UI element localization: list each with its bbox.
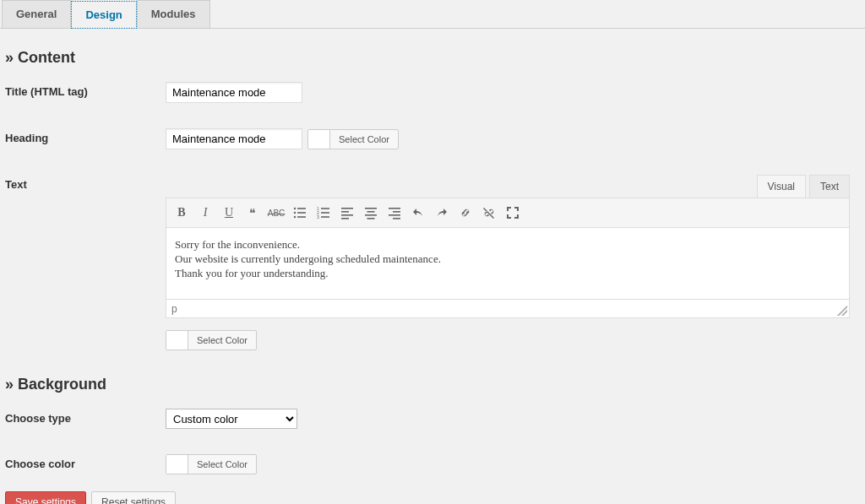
editor-line: Sorry for the inconvenience. (175, 238, 841, 252)
color-swatch-icon (166, 455, 188, 474)
numbered-list-icon[interactable]: 123 (313, 203, 334, 223)
bullet-list-icon[interactable] (290, 203, 310, 223)
input-heading[interactable] (166, 128, 302, 149)
blockquote-icon[interactable]: ❝ (242, 203, 263, 223)
row-text: Text Visual Text B I U ❝ ABC 123 (5, 175, 857, 352)
svg-rect-7 (321, 208, 329, 209)
svg-rect-16 (365, 208, 377, 209)
row-title: Title (HTML tag) (5, 82, 857, 103)
svg-rect-21 (393, 211, 400, 213)
color-btn-label: Select Color (188, 335, 256, 345)
unlink-icon[interactable] (479, 203, 499, 223)
editor-tab-text[interactable]: Text (809, 175, 850, 198)
color-swatch-icon (166, 331, 188, 350)
align-center-icon[interactable] (361, 203, 381, 223)
svg-rect-9 (321, 212, 329, 214)
section-background-header: » Background (5, 376, 857, 393)
svg-rect-1 (297, 208, 306, 209)
rich-text-editor: Visual Text B I U ❝ ABC 123 (166, 175, 850, 352)
svg-rect-14 (341, 214, 353, 216)
editor-element-path: p (171, 303, 177, 315)
label-title: Title (HTML tag) (5, 82, 166, 98)
tab-design[interactable]: Design (71, 1, 136, 29)
row-choose-type: Choose type Custom color (5, 409, 857, 429)
link-icon[interactable] (455, 203, 476, 223)
heading-color-button[interactable]: Select Color (307, 129, 399, 149)
svg-rect-13 (341, 211, 349, 213)
svg-rect-11 (321, 216, 329, 218)
label-choose-type: Choose type (5, 409, 166, 425)
color-btn-label: Select Color (188, 459, 256, 469)
svg-point-0 (294, 208, 296, 209)
save-button[interactable]: Save settings (5, 491, 86, 504)
editor-line: Our website is currently undergoing sche… (175, 252, 841, 267)
color-btn-label: Select Color (330, 134, 398, 144)
select-background-type[interactable]: Custom color (166, 409, 297, 429)
editor-mode-tabs: Visual Text (166, 175, 850, 198)
form-actions: Save settings Reset settings (5, 491, 857, 504)
undo-icon[interactable] (408, 203, 428, 223)
editor-textarea[interactable]: Sorry for the inconvenience. Our website… (166, 227, 850, 300)
svg-text:3: 3 (317, 214, 319, 219)
underline-icon[interactable]: U (219, 203, 239, 223)
row-choose-color: Choose color Select Color (5, 454, 857, 476)
italic-icon[interactable]: I (195, 203, 215, 223)
section-content-header: » Content (5, 49, 857, 67)
fullscreen-icon[interactable] (503, 203, 523, 223)
editor-toolbar: B I U ❝ ABC 123 (166, 198, 850, 227)
svg-rect-23 (393, 218, 400, 219)
label-choose-color: Choose color (5, 454, 166, 470)
redo-icon[interactable] (432, 203, 452, 223)
svg-point-4 (294, 216, 296, 218)
label-heading: Heading (5, 128, 166, 144)
color-swatch-icon (308, 130, 330, 149)
editor-status-bar: p (166, 300, 850, 318)
input-title[interactable] (166, 82, 302, 103)
svg-rect-3 (297, 212, 306, 214)
background-color-button[interactable]: Select Color (166, 454, 257, 474)
page-content: » Content Title (HTML tag) Heading Selec… (0, 29, 865, 504)
svg-rect-5 (297, 216, 306, 218)
tab-modules[interactable]: Modules (137, 0, 210, 28)
svg-point-2 (294, 212, 296, 214)
svg-rect-12 (341, 208, 353, 209)
svg-rect-22 (389, 214, 400, 216)
tabs-nav: General Design Modules (0, 0, 865, 29)
align-right-icon[interactable] (384, 203, 405, 223)
reset-button[interactable]: Reset settings (91, 491, 176, 504)
label-text: Text (5, 175, 166, 191)
align-left-icon[interactable] (337, 203, 357, 223)
resize-handle-icon[interactable] (837, 306, 847, 316)
svg-rect-20 (389, 208, 400, 209)
bold-icon[interactable]: B (171, 203, 192, 223)
svg-rect-17 (367, 211, 375, 213)
editor-tab-visual[interactable]: Visual (757, 175, 806, 198)
svg-rect-18 (365, 214, 377, 216)
strikethrough-icon[interactable]: ABC (266, 203, 286, 223)
tab-general[interactable]: General (2, 0, 71, 28)
row-heading: Heading Select Color (5, 128, 857, 149)
svg-rect-15 (341, 218, 349, 219)
svg-rect-19 (367, 218, 375, 219)
editor-line: Thank you for your understanding. (175, 267, 841, 281)
text-color-button[interactable]: Select Color (166, 330, 257, 350)
